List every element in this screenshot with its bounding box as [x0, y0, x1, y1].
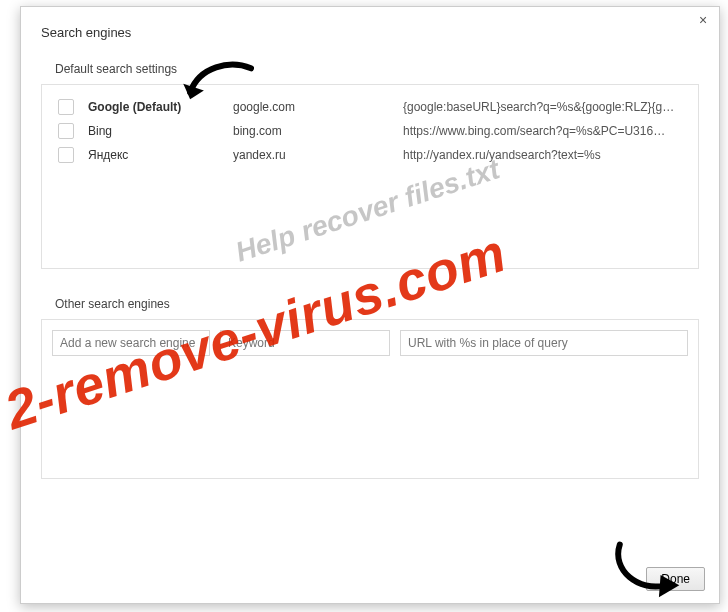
add-engine-keyword-input[interactable] [220, 330, 390, 356]
default-engines-list: Google (Default) google.com {google:base… [41, 84, 699, 269]
engine-row[interactable]: Яндекс yandex.ru http://yandex.ru/yandse… [52, 143, 688, 167]
engine-url: http://yandex.ru/yandsearch?text=%s [403, 148, 688, 162]
engine-url: {google:baseURL}search?q=%s&{google:RLZ}… [403, 100, 688, 114]
add-engine-name-input[interactable] [52, 330, 210, 356]
add-engine-url-input[interactable] [400, 330, 688, 356]
engine-name: Google (Default) [88, 100, 233, 114]
engine-name: Яндекс [88, 148, 233, 162]
done-button[interactable]: Done [646, 567, 705, 591]
engine-row[interactable]: Google (Default) google.com {google:base… [52, 95, 688, 119]
close-icon[interactable]: × [695, 13, 711, 29]
dialog-footer: Done [646, 567, 705, 591]
engine-keyword: yandex.ru [233, 148, 403, 162]
add-engine-row [52, 330, 688, 356]
engine-keyword: bing.com [233, 124, 403, 138]
favicon-icon [58, 123, 74, 139]
engine-row[interactable]: Bing bing.com https://www.bing.com/searc… [52, 119, 688, 143]
default-search-settings-label: Default search settings [55, 62, 699, 76]
engine-keyword: google.com [233, 100, 403, 114]
search-engines-dialog: × Search engines Default search settings… [20, 6, 720, 604]
engine-url: https://www.bing.com/search?q=%s&PC=U316… [403, 124, 688, 138]
other-engines-box [41, 319, 699, 479]
favicon-icon [58, 99, 74, 115]
dialog-title: Search engines [41, 25, 699, 40]
favicon-icon [58, 147, 74, 163]
other-search-engines-label: Other search engines [55, 297, 699, 311]
engine-name: Bing [88, 124, 233, 138]
